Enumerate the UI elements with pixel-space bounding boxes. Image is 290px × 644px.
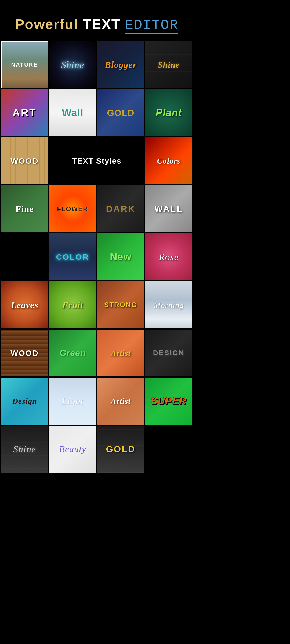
cell-flower[interactable]: FLOWER — [49, 185, 96, 232]
text-styles-overlay: TEXT Styles — [49, 137, 144, 184]
cell-shine1[interactable]: Shine — [49, 41, 96, 88]
cell-art[interactable]: ART — [1, 89, 48, 136]
header-title-text: TEXT — [83, 16, 121, 32]
cell-design1[interactable]: DESIGN — [145, 330, 192, 376]
cell-color[interactable]: COLOR — [49, 233, 96, 280]
header: Powerful TEXT EDITOR — [0, 0, 193, 41]
style-grid: NATURE Shine Blogger Shine ART Wall GOLD… — [0, 41, 193, 473]
header-title-editor: EDITOR — [125, 17, 178, 34]
cell-gold[interactable]: GOLD — [97, 89, 144, 136]
cell-nature[interactable]: NATURE — [1, 41, 48, 88]
cell-morning[interactable]: Morning — [145, 281, 192, 328]
cell-fine[interactable]: Fine — [1, 185, 48, 232]
cell-design2[interactable]: Design — [1, 378, 48, 425]
cell-wood2[interactable]: WOOD — [1, 330, 48, 376]
cell-dark[interactable]: DARK — [97, 185, 144, 232]
cell-wood[interactable]: WOOD — [1, 137, 48, 184]
cell-plant[interactable]: Plant — [145, 89, 192, 136]
overlay-regular: Styles — [96, 156, 121, 165]
cell-colors[interactable]: Colors — [145, 137, 192, 184]
cell-beauty[interactable]: Beauty — [49, 426, 96, 473]
cell-leaves[interactable]: Leaves — [1, 281, 48, 328]
cell-shine2[interactable]: Shine — [145, 41, 192, 88]
cell-wall2[interactable]: WALL — [145, 185, 192, 232]
cell-blogger[interactable]: Blogger — [97, 41, 144, 88]
cell-artist[interactable]: Artist — [97, 330, 144, 376]
cell-green[interactable]: Green — [49, 330, 96, 376]
cell-rose[interactable]: Rose — [145, 233, 192, 280]
overlay-bold: TEXT — [72, 156, 94, 165]
cell-artist2[interactable]: Artist — [97, 378, 144, 425]
cell-shine3[interactable]: Shine — [1, 426, 48, 473]
cell-super[interactable]: SUPER — [145, 378, 192, 425]
cell-strong[interactable]: STRONG — [97, 281, 144, 328]
cell-fruit[interactable]: Fruit — [49, 281, 96, 328]
cell-new[interactable]: New — [97, 233, 144, 280]
cell-light[interactable]: Light — [49, 378, 96, 425]
header-title-part1: Powerful — [15, 16, 83, 32]
cell-gold2[interactable]: GOLD — [97, 426, 144, 473]
cell-wall[interactable]: Wall — [49, 89, 96, 136]
